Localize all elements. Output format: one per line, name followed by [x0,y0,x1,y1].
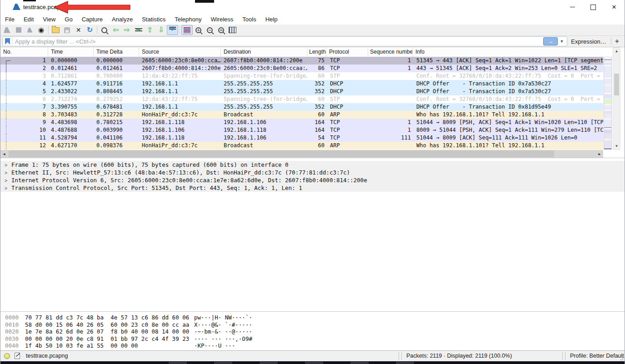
hex-row[interactable]: 00201e 7e 8a 62 6d 0e 26 07 f8 b0 40 00 … [0,328,625,335]
table-row[interactable]: 94.4836980.780215192.168.1.118192.168.1.… [0,119,603,126]
menu-help[interactable]: Help [261,14,282,25]
red-annotation-arrow [54,1,131,14]
status-profile[interactable]: Profile: Better Default [570,353,624,359]
minimap-viewport [604,60,611,128]
menu-statistics[interactable]: Statistics [137,14,170,25]
detail-ethernet-row[interactable]: >Ethernet II, Src: HewlettP_57:13:c6 (48… [0,169,625,176]
table-row[interactable]: 52.4330220.808445192.168.1.1255.255.255.… [0,88,603,95]
detail-frame-row[interactable]: >Frame 1: 75 bytes on wire (600 bits), 7… [0,161,625,169]
expander-icon[interactable]: > [0,162,11,168]
col-protocol[interactable]: Protocol [326,47,368,57]
table-row[interactable]: 73.3907550.678481192.168.1.1255.255.255.… [0,103,603,111]
go-to-top-icon[interactable]: ⇧ [144,25,155,35]
close-file-icon[interactable]: ✕ [73,25,84,35]
resize-columns-icon[interactable] [227,25,238,35]
hex-offset: 0030 [0,335,25,343]
go-to-packet-icon[interactable]: → [133,25,144,35]
expression-button[interactable]: Expression… [567,38,610,45]
table-row[interactable]: 20.0124610.0124612607:f8b0:4000:814::200… [0,65,603,72]
table-row[interactable]: 83.7034830.312728HonHaiPr_dd:c3:7cBroadc… [0,111,603,119]
save-file-icon[interactable] [61,25,73,35]
packet-details-pane: >Frame 1: 75 bytes on wire (600 bits), 7… [0,158,625,311]
capture-options-icon[interactable]: ◉ [35,25,47,35]
go-to-bottom-icon[interactable]: ⇩ [155,25,167,35]
menu-wireless[interactable]: Wireless [206,14,238,25]
capture-comment-icon[interactable] [15,353,20,359]
colorize-packets-icon[interactable] [181,25,193,35]
table-row[interactable]: 114.5287940.041106192.168.1.118192.168.1… [0,134,603,142]
detail-tcp-row[interactable]: >Transmission Control Protocol, Src Port… [0,184,625,192]
hex-offset: 0000 [0,314,25,321]
display-filter-input[interactable] [14,38,543,45]
filter-bar: ▼ Expression… + [0,36,625,47]
expander-icon[interactable]: > [0,185,11,191]
col-no[interactable]: No. [0,47,48,57]
menu-view[interactable]: View [38,14,60,25]
packet-list-pane: No. Time Time Delta Source Destination L… [0,47,625,157]
hex-row[interactable]: 000070 77 81 dd c3 7c 48 ba 4e 57 13 c6 … [0,314,625,321]
hex-offset: 0010 [0,321,25,329]
scroll-up-icon[interactable]: ▲ [613,48,620,55]
packet-minimap[interactable] [604,57,612,150]
expander-icon[interactable]: > [0,178,11,183]
packet-list-header: No. Time Time Delta Source Destination L… [0,47,603,57]
filter-dropdown-caret-icon[interactable]: ▼ [558,39,565,44]
zoom-reset-icon[interactable]: = [215,25,227,35]
resize-grip[interactable] [619,356,623,360]
go-forward-icon[interactable]: ⇨ [121,25,133,35]
table-row[interactable]: 30.7128610.70040012:da:43:22:ff:75Spanni… [0,72,603,80]
reload-file-icon[interactable]: ↻ [84,25,95,35]
menu-analyze[interactable]: Analyze [107,14,137,25]
menu-edit[interactable]: Edit [19,14,38,25]
find-packet-icon[interactable] [99,25,110,35]
table-row[interactable]: 104.4876880.003990192.168.1.106192.168.1… [0,126,603,134]
col-info[interactable]: Info [413,47,603,57]
col-time-delta[interactable]: Time Delta [94,47,139,57]
open-file-icon[interactable] [50,25,61,35]
menu-tools[interactable]: Tools [238,14,260,25]
stop-capture-icon[interactable] [13,25,24,35]
table-row[interactable]: 62.7122740.27925212:da:43:22:ff:75Spanni… [0,95,603,103]
hex-row[interactable]: 00401f 4b 50 10 03 fe a1 55 00 00 00·KP·… [0,342,625,349]
horizontal-scrollbar[interactable]: ◂ ▸ [0,150,603,158]
scroll-down-icon[interactable]: ▼ [613,143,620,150]
hex-row[interactable]: 001058 d0 00 15 06 40 26 05 60 00 23 c0 … [0,321,625,329]
status-separator [399,352,402,360]
hex-row[interactable]: 003000 00 00 00 20 0e c8 91 01 bb 97 2c … [0,335,625,343]
auto-scroll-icon[interactable] [167,25,178,35]
col-length[interactable]: Length [307,47,326,57]
table-row[interactable]: 124.6271700.098376HonHaiPr_dd:c3:7cBroad… [0,142,603,150]
restart-capture-icon[interactable] [24,25,35,35]
minimize-button[interactable] [562,0,583,14]
menu-go[interactable]: Go [60,14,77,25]
col-sequence-number[interactable]: Sequence number [368,47,413,57]
close-button[interactable]: ✕ [604,0,625,14]
expander-icon[interactable]: > [0,170,11,175]
vertical-scrollbar-thumb[interactable] [614,74,619,95]
expert-info-icon[interactable] [4,353,10,359]
zoom-out-icon[interactable]: − [204,25,215,35]
col-source[interactable]: Source [139,47,221,57]
hex-offset: 0020 [0,328,25,335]
zoom-in-icon[interactable]: + [193,25,204,35]
menu-capture[interactable]: Capture [77,14,107,25]
table-row[interactable]: 41.6245770.911716192.168.1.1255.255.255.… [0,80,603,88]
horizontal-scrollbar-thumb[interactable] [9,150,554,157]
col-time[interactable]: Time [48,47,94,57]
vertical-scrollbar[interactable]: ▲ ▼ [613,47,620,150]
scroll-right-icon[interactable]: ▸ [596,150,603,158]
filter-bookmark-icon[interactable] [5,38,10,45]
scroll-left-icon[interactable]: ◂ [0,150,8,158]
detail-ipv6-row[interactable]: >Internet Protocol Version 6, Src: 2605:… [0,176,625,184]
menu-telephony[interactable]: Telephony [170,14,206,25]
table-row[interactable]: 10.0000000.0000002605:6000:23c0:8e00:cca… [0,57,603,65]
start-capture-icon[interactable] [1,25,13,35]
display-filter-field[interactable]: ▼ [2,36,567,46]
menu-file[interactable]: File [0,14,19,25]
apply-filter-button[interactable] [543,37,558,45]
col-destination[interactable]: Destination [221,47,307,57]
screen-artifact [23,0,36,1]
go-back-icon[interactable]: ⇦ [110,25,121,35]
maximize-button[interactable] [583,0,604,14]
add-filter-button[interactable]: + [612,37,623,45]
